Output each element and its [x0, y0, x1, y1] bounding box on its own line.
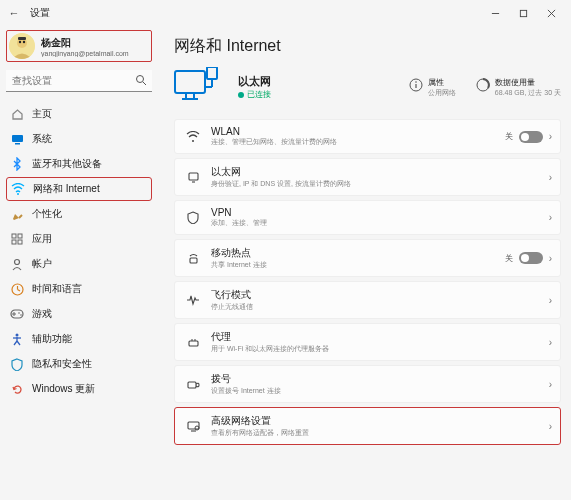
- connection-status: 以太网 已连接 属性公用网络 数据使用量68.48 GB, 过去 30 天: [174, 67, 561, 107]
- svg-line-31: [14, 341, 17, 345]
- card-title: 移动热点: [211, 246, 495, 260]
- nav-label: 应用: [32, 232, 52, 246]
- chevron-right-icon: ›: [549, 172, 552, 183]
- sidebar-item-network[interactable]: 网络和 Internet: [6, 177, 152, 201]
- sidebar: 杨金阳 yangjinyang@petalmail.com 主页系统蓝牙和其他设…: [0, 26, 158, 500]
- accessibility-icon: [10, 332, 24, 346]
- status-sub: 已连接: [238, 89, 271, 100]
- card-title: 拨号: [211, 372, 539, 386]
- nav-label: 时间和语言: [32, 282, 82, 296]
- user-profile[interactable]: 杨金阳 yangjinyang@petalmail.com: [6, 30, 152, 62]
- nav-label: 辅助功能: [32, 332, 72, 346]
- toggle-switch[interactable]: [519, 131, 543, 143]
- chevron-right-icon: ›: [549, 295, 552, 306]
- chevron-right-icon: ›: [549, 421, 552, 432]
- nav-label: 帐户: [32, 257, 52, 271]
- svg-point-28: [16, 333, 19, 336]
- system-icon: [10, 132, 24, 146]
- svg-point-9: [137, 76, 144, 83]
- nav-label: 蓝牙和其他设备: [32, 157, 102, 171]
- maximize-button[interactable]: [509, 0, 537, 26]
- search-input[interactable]: [6, 70, 152, 92]
- personalize-icon: [10, 207, 24, 221]
- sidebar-item-privacy[interactable]: 隐私和安全性: [6, 352, 152, 376]
- data-usage-link[interactable]: 数据使用量68.48 GB, 过去 30 天: [476, 77, 561, 98]
- nav-label: 隐私和安全性: [32, 357, 92, 371]
- properties-link[interactable]: 属性公用网络: [409, 77, 456, 98]
- nav-label: 游戏: [32, 307, 52, 321]
- avatar: [9, 33, 35, 59]
- svg-rect-47: [190, 258, 197, 263]
- settings-list: WLAN连接、管理已知网络、按流量计费的网络关›以太网身份验证, IP 和 DN…: [174, 119, 561, 445]
- svg-line-32: [17, 341, 20, 345]
- accounts-icon: [10, 257, 24, 271]
- card-sub: 查看所有网络适配器，网络重置: [211, 428, 539, 438]
- gaming-icon: [10, 307, 24, 321]
- page-heading: 网络和 Internet: [174, 36, 561, 57]
- card-sub: 连接、管理已知网络、按流量计费的网络: [211, 137, 495, 147]
- card-icon: [185, 418, 201, 434]
- setting-card-4[interactable]: 飞行模式停止无线通信›: [174, 281, 561, 319]
- setting-card-5[interactable]: 代理用于 Wi-Fi 和以太网连接的代理服务器›: [174, 323, 561, 361]
- back-button[interactable]: ←: [6, 7, 22, 19]
- svg-point-7: [23, 41, 25, 43]
- svg-point-42: [415, 81, 417, 83]
- svg-rect-8: [18, 37, 26, 40]
- svg-rect-37: [207, 67, 217, 79]
- sidebar-item-personalize[interactable]: 个性化: [6, 202, 152, 226]
- sidebar-item-system[interactable]: 系统: [6, 127, 152, 151]
- svg-rect-18: [18, 240, 22, 244]
- status-title: 以太网: [238, 74, 271, 89]
- card-icon: [185, 334, 201, 350]
- card-title: 代理: [211, 330, 539, 344]
- minimize-button[interactable]: [481, 0, 509, 26]
- chevron-right-icon: ›: [549, 379, 552, 390]
- nav-list: 主页系统蓝牙和其他设备网络和 Internet个性化应用帐户时间和语言游戏辅助功…: [6, 102, 152, 401]
- ethernet-monitor-icon: [174, 67, 220, 107]
- svg-rect-16: [18, 234, 22, 238]
- sidebar-item-update[interactable]: Windows 更新: [6, 377, 152, 401]
- setting-card-0[interactable]: WLAN连接、管理已知网络、按流量计费的网络关›: [174, 119, 561, 154]
- time-icon: [10, 282, 24, 296]
- chevron-right-icon: ›: [549, 253, 552, 264]
- svg-rect-33: [175, 71, 205, 93]
- search-box[interactable]: [6, 70, 152, 92]
- sidebar-item-gaming[interactable]: 游戏: [6, 302, 152, 326]
- svg-line-14: [19, 215, 22, 218]
- card-sub: 设置拨号 Internet 连接: [211, 386, 539, 396]
- sidebar-item-time[interactable]: 时间和语言: [6, 277, 152, 301]
- toggle-label: 关: [505, 253, 513, 264]
- info-icon: [409, 78, 423, 92]
- svg-point-26: [18, 312, 20, 314]
- sidebar-item-apps[interactable]: 应用: [6, 227, 152, 251]
- sidebar-item-accessibility[interactable]: 辅助功能: [6, 327, 152, 351]
- card-title: 以太网: [211, 165, 539, 179]
- sidebar-item-home[interactable]: 主页: [6, 102, 152, 126]
- privacy-icon: [10, 357, 24, 371]
- close-button[interactable]: [537, 0, 565, 26]
- user-email: yangjinyang@petalmail.com: [41, 50, 129, 57]
- toggle-switch[interactable]: [519, 252, 543, 264]
- chevron-right-icon: ›: [549, 337, 552, 348]
- sidebar-item-accounts[interactable]: 帐户: [6, 252, 152, 276]
- setting-card-2[interactable]: VPN添加、连接、管理›: [174, 200, 561, 235]
- nav-label: 网络和 Internet: [33, 182, 100, 196]
- setting-card-3[interactable]: 移动热点共享 Internet 连接关›: [174, 239, 561, 277]
- card-icon: [185, 292, 201, 308]
- svg-point-19: [15, 259, 20, 264]
- toggle-label: 关: [505, 131, 513, 142]
- card-sub: 用于 Wi-Fi 和以太网连接的代理服务器: [211, 344, 539, 354]
- bluetooth-icon: [10, 157, 24, 171]
- setting-card-7[interactable]: 高级网络设置查看所有网络适配器，网络重置›: [174, 407, 561, 445]
- user-name: 杨金阳: [41, 36, 129, 50]
- card-icon: [185, 210, 201, 226]
- nav-label: 主页: [32, 107, 52, 121]
- setting-card-1[interactable]: 以太网身份验证, IP 和 DNS 设置, 按流量计费的网络›: [174, 158, 561, 196]
- svg-rect-45: [189, 173, 198, 180]
- nav-label: 系统: [32, 132, 52, 146]
- svg-rect-12: [15, 143, 20, 145]
- card-icon: [185, 169, 201, 185]
- search-icon: [135, 74, 147, 88]
- sidebar-item-bluetooth[interactable]: 蓝牙和其他设备: [6, 152, 152, 176]
- setting-card-6[interactable]: 拨号设置拨号 Internet 连接›: [174, 365, 561, 403]
